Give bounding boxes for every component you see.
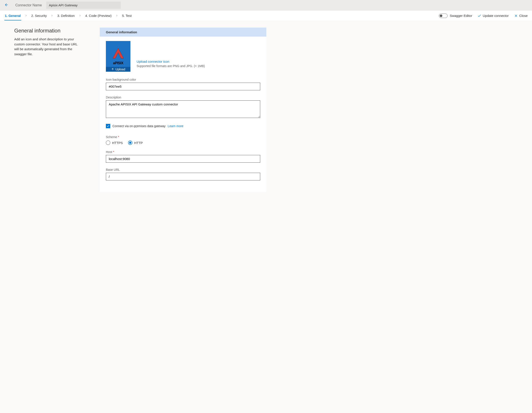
scheme-https-radio[interactable]: HTTPS bbox=[106, 141, 123, 145]
update-connector-label: Update connector bbox=[483, 14, 509, 18]
close-icon bbox=[514, 14, 518, 18]
connector-name-input[interactable] bbox=[46, 1, 121, 9]
swagger-editor-label: Swagger Editor bbox=[450, 14, 472, 18]
radio-circle bbox=[106, 141, 110, 145]
icon-bg-field: Icon background color bbox=[106, 78, 260, 90]
form-panel: General information aPISIX Upload Upload… bbox=[100, 28, 266, 192]
tab-security[interactable]: 2. Security bbox=[31, 11, 47, 20]
swagger-editor-toggle[interactable]: Swagger Editor bbox=[439, 14, 472, 18]
icon-bg-input[interactable] bbox=[106, 83, 260, 90]
scheme-radio-group: HTTPS HTTP bbox=[106, 141, 260, 145]
left-heading: General information bbox=[14, 28, 82, 34]
left-description: Add an icon and short description to you… bbox=[14, 37, 82, 57]
base-url-input[interactable] bbox=[106, 173, 260, 180]
top-bar: Connector Name bbox=[0, 0, 532, 10]
section-body: aPISIX Upload Upload connector icon Supp… bbox=[100, 37, 266, 192]
tab-general[interactable]: 1. General bbox=[4, 11, 21, 20]
tab-definition[interactable]: 3. Definition bbox=[57, 11, 75, 20]
update-connector-button[interactable]: Update connector bbox=[477, 14, 509, 18]
host-input[interactable] bbox=[106, 155, 260, 163]
scheme-http-radio[interactable]: HTTP bbox=[128, 141, 143, 145]
left-column: General information Add an icon and shor… bbox=[14, 28, 82, 192]
tab-actions: Swagger Editor Update connector Close bbox=[439, 14, 528, 18]
scheme-field: Scheme * HTTPS HTTP bbox=[106, 135, 260, 145]
scheme-http-label: HTTP bbox=[134, 141, 143, 145]
scheme-label: Scheme * bbox=[106, 135, 260, 139]
connector-name-label: Connector Name bbox=[15, 3, 42, 7]
main-content: General information Add an icon and shor… bbox=[0, 21, 532, 199]
scheme-https-label: HTTPS bbox=[112, 141, 123, 145]
radio-dot bbox=[129, 142, 131, 144]
upload-info: Upload connector icon Supported file for… bbox=[137, 60, 260, 72]
upload-icon-link[interactable]: Upload connector icon bbox=[137, 60, 260, 63]
chevron-right-icon bbox=[79, 14, 81, 18]
host-label: Host * bbox=[106, 150, 260, 154]
upload-hint: Supported file formats are PNG and JPG. … bbox=[137, 64, 260, 68]
upload-row: aPISIX Upload Upload connector icon Supp… bbox=[106, 41, 260, 72]
base-url-label: Base URL bbox=[106, 168, 260, 172]
host-field: Host * bbox=[106, 150, 260, 163]
icon-bg-label: Icon background color bbox=[106, 78, 260, 81]
chevron-right-icon bbox=[115, 14, 118, 18]
icon-preview-tile[interactable]: aPISIX Upload bbox=[106, 41, 130, 72]
chevron-right-icon bbox=[51, 14, 53, 18]
tab-bar: 1. General 2. Security 3. Definition 4. … bbox=[0, 10, 532, 21]
checkmark-icon bbox=[477, 14, 481, 18]
upload-strip[interactable]: Upload bbox=[106, 67, 130, 72]
toggle-knob bbox=[440, 14, 442, 17]
gateway-checkbox-label: Connect via on-premises data gateway bbox=[113, 124, 165, 128]
description-field: Description bbox=[106, 96, 260, 119]
description-label: Description bbox=[106, 96, 260, 99]
tab-code[interactable]: 4. Code (Preview) bbox=[85, 11, 112, 20]
upload-arrow-icon bbox=[111, 68, 114, 71]
description-textarea[interactable] bbox=[106, 100, 260, 118]
upload-strip-label: Upload bbox=[115, 67, 125, 71]
check-icon bbox=[106, 125, 110, 128]
apisix-logo-text: aPISIX bbox=[113, 61, 124, 65]
gateway-checkbox[interactable] bbox=[106, 124, 110, 128]
tab-test[interactable]: 5. Test bbox=[122, 11, 132, 20]
section-header: General information bbox=[100, 28, 266, 37]
wizard-tabs: 1. General 2. Security 3. Definition 4. … bbox=[4, 11, 439, 20]
close-label: Close bbox=[519, 14, 528, 18]
back-arrow-icon[interactable] bbox=[4, 3, 9, 8]
chevron-right-icon bbox=[25, 14, 27, 18]
toggle-switch[interactable] bbox=[439, 14, 448, 18]
learn-more-link[interactable]: Learn more bbox=[168, 124, 183, 128]
base-url-field: Base URL bbox=[106, 168, 260, 180]
close-button[interactable]: Close bbox=[514, 14, 528, 18]
gateway-checkbox-row: Connect via on-premises data gateway Lea… bbox=[106, 124, 260, 128]
radio-circle bbox=[128, 141, 133, 145]
